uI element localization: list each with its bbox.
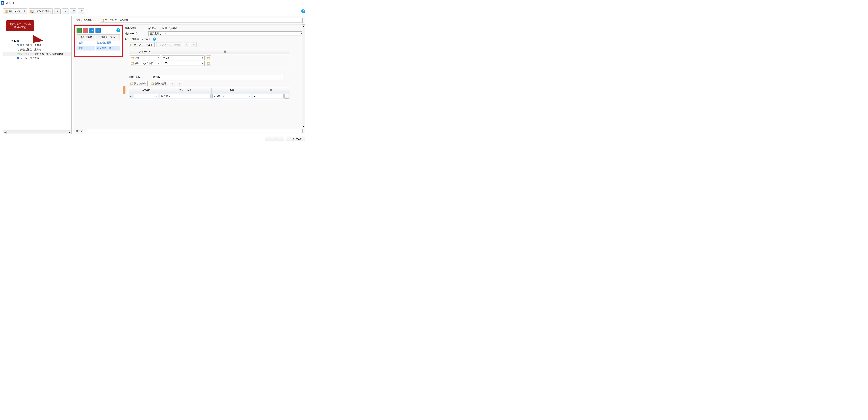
chevron-down-icon: ▾	[158, 56, 159, 59]
table-update-icon	[101, 19, 104, 22]
scroll-up-button[interactable]: ▴	[302, 25, 305, 28]
grid-star-icon	[5, 10, 8, 13]
svg-marker-5	[72, 11, 72, 12]
scroll-track[interactable]	[302, 28, 305, 124]
svg-marker-23	[132, 44, 133, 44]
cond-value-text: =F9	[254, 95, 258, 97]
window-title: コマンド	[5, 1, 15, 4]
chevron-down-icon: ▾	[202, 62, 203, 65]
condition-down-button[interactable]	[177, 81, 182, 86]
grid-star-icon	[130, 82, 133, 85]
tree-item[interactable]: 変数の設定：案件名	[4, 47, 71, 52]
condition-row[interactable]: ▸ ▾ [案件番号]▾ ＝（等しい）▾ =F9▾	[129, 93, 290, 99]
chevron-down-icon: ▾	[301, 19, 302, 22]
svg-rect-15	[18, 57, 18, 58]
field-value-text: =F13	[163, 56, 169, 59]
target-help-button[interactable]: ?	[116, 28, 120, 32]
table-icon	[207, 56, 210, 59]
new-command-label: 新しいコマンド	[9, 10, 25, 13]
command-select-dropdown[interactable]: テーブルデータの更新 ▾	[100, 18, 303, 23]
svg-marker-3	[56, 10, 58, 12]
target-up-button[interactable]	[89, 28, 94, 33]
table-icon	[207, 62, 210, 65]
field-fx-button[interactable]	[206, 61, 211, 66]
radio-delete[interactable]: 削除	[169, 26, 177, 30]
delete-condition-button[interactable]: 条件の削除	[149, 81, 168, 86]
condition-up-button[interactable]	[169, 81, 175, 86]
target-row-type: 更新	[77, 46, 95, 51]
config-vscrollbar[interactable]: ▴ ▾	[302, 25, 305, 128]
new-command-button[interactable]: 新しいコマンド	[3, 8, 27, 14]
ok-button[interactable]: OK	[265, 136, 284, 141]
cond-fx-button[interactable]	[284, 94, 289, 99]
cond-field-select[interactable]: [案件番号]▾	[160, 94, 211, 98]
chevron-down-icon: ▾	[156, 95, 157, 97]
field-header-value: 値	[160, 49, 290, 54]
new-field-button[interactable]: 新しいフィールド	[129, 42, 155, 47]
collapse-handle[interactable]: ‹	[123, 86, 125, 93]
window-titlebar: F コマンド	[0, 0, 308, 6]
new-condition-label: 新しい条件	[134, 82, 146, 85]
svg-point-12	[18, 53, 20, 54]
svg-point-20	[159, 27, 161, 29]
command-tree[interactable]: Else 変数の設定：企業名 変数の設定：案件名 テーブルデータの更新：追加 営…	[3, 16, 71, 130]
mini-header-table: 対象テーブル	[96, 35, 120, 40]
indent-button[interactable]	[78, 8, 84, 14]
svg-marker-34	[172, 83, 173, 84]
tree-item-selected[interactable]: テーブルデータの更新：追加 営業活動履	[4, 52, 71, 56]
cond-andor-select[interactable]: ▾	[134, 94, 158, 98]
field-up-button[interactable]	[184, 42, 189, 47]
target-row-selected[interactable]: 更新営業案件リスト	[77, 46, 120, 51]
tree-item[interactable]: メッセージの表示	[4, 56, 71, 60]
cond-header-value: 値	[252, 88, 290, 93]
radio-label: 更新	[152, 26, 157, 30]
field-value-input[interactable]: =F13▾	[162, 55, 205, 60]
target-row-table: 営業活動履歴	[96, 40, 120, 45]
field-down-button[interactable]	[191, 42, 196, 47]
field-name-value: 最終コンタクト日	[134, 62, 153, 65]
comment-input[interactable]	[87, 129, 303, 133]
toolbar-help-button[interactable]: ?	[301, 9, 305, 13]
delete-field-button[interactable]: フィールドの削除	[156, 42, 182, 47]
target-row[interactable]: 追加営業活動履歴	[77, 40, 120, 45]
scroll-down-button[interactable]: ▾	[302, 124, 305, 128]
field-name-select[interactable]: 確度▾	[130, 55, 160, 60]
tree-hscrollbar[interactable]: ◂ ▸	[3, 130, 71, 134]
add-target-button[interactable]	[76, 28, 82, 33]
field-name-select[interactable]: 最終コンタクト日▾	[130, 61, 160, 66]
scroll-left-button[interactable]: ◂	[3, 131, 6, 134]
svg-marker-32	[132, 82, 133, 83]
radio-update[interactable]: 更新	[148, 26, 157, 30]
remove-target-button[interactable]	[83, 28, 88, 33]
radio-add[interactable]: 追加	[159, 26, 167, 30]
svg-marker-26	[193, 45, 194, 46]
scroll-right-button[interactable]: ▸	[68, 131, 71, 134]
target-table-select[interactable]: 営業案件リスト▾	[148, 31, 303, 36]
update-records-select[interactable]: 特定レコード▾	[152, 75, 283, 79]
cond-op-select[interactable]: ＝（等しい）▾	[213, 94, 251, 98]
window-close-button[interactable]	[298, 0, 307, 6]
triangle-down-icon	[193, 44, 195, 46]
svg-point-37	[287, 96, 287, 96]
target-down-button[interactable]	[95, 28, 101, 33]
new-condition-button[interactable]: 新しい条件	[129, 81, 148, 86]
config-detail: ‹ 処理の種類： 更新 追加 削除 対象テーブル： 営業案件リスト▾ 非データ連…	[123, 25, 305, 128]
scroll-track[interactable]	[6, 131, 68, 134]
cancel-button[interactable]: キャンセル	[286, 136, 305, 141]
tree-item[interactable]: 変数の設定：企業名	[4, 43, 71, 47]
svg-point-8	[18, 46, 19, 46]
field-value-input[interactable]: =F5▾	[162, 61, 205, 66]
radio-icon	[159, 27, 161, 30]
target-table-list[interactable]: 処理の種類対象テーブル 追加営業活動履歴 更新営業案件リスト	[76, 34, 120, 51]
cond-value-input[interactable]: =F9▾	[253, 94, 284, 98]
move-up-button[interactable]	[54, 8, 61, 14]
outdent-button[interactable]	[70, 8, 76, 14]
target-table-value: 営業案件リスト	[150, 32, 166, 35]
delete-command-button[interactable]: コマンドの削除	[29, 8, 53, 14]
field-row: 最終コンタクト日▾ =F5▾	[130, 61, 289, 66]
nondata-help-icon[interactable]: ?	[153, 37, 156, 41]
move-down-button[interactable]	[62, 8, 68, 14]
field-value-text: =F5	[163, 62, 167, 65]
field-fx-button[interactable]	[206, 55, 211, 60]
nondata-fields-label: 非データ連結フィールド	[125, 37, 151, 41]
